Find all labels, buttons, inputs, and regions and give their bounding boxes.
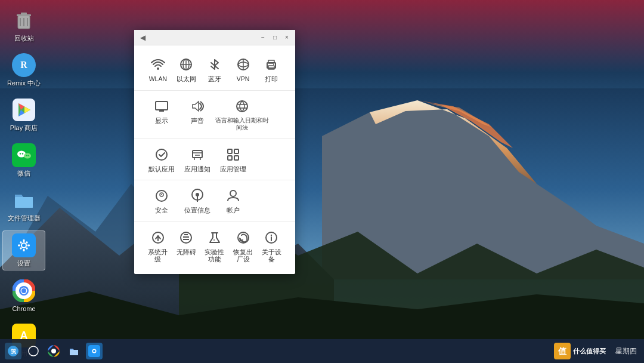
window-back-button[interactable]: ◀: [138, 32, 148, 43]
svg-point-28: [27, 155, 29, 156]
taskbar-clock: 星期四: [615, 346, 637, 356]
settings-row-2: 显示 声音: [134, 92, 295, 137]
wlan-icon: [150, 56, 166, 73]
play-store-label: Play 商店: [10, 124, 38, 132]
wechat-top-icon: [12, 143, 36, 167]
bluetooth-label: 蓝牙: [208, 75, 221, 83]
svg-rect-11: [21, 13, 27, 15]
svg-point-67: [273, 64, 274, 65]
settings-item-default-apps[interactable]: 默认应用: [144, 144, 179, 176]
account-icon: [225, 187, 242, 204]
file-manager-label: 文件管理器: [8, 214, 41, 222]
settings-item-factory-reset[interactable]: 恢复出厂设: [229, 227, 258, 266]
language-label: 语言和输入日期和时间法: [215, 117, 269, 131]
settings-item-location[interactable]: 位置信息: [179, 185, 215, 217]
window-controls: − □ ×: [258, 33, 292, 42]
factory-reset-icon: [235, 229, 252, 246]
settings-label: 设置: [17, 260, 30, 267]
print-label: 打印: [265, 75, 278, 83]
experimental-icon: [206, 229, 223, 246]
divider-3: [134, 180, 295, 180]
brand-prefix: 什么: [573, 347, 586, 355]
settings-row-1: WLAN 以太网: [134, 50, 295, 89]
svg-point-74: [156, 149, 167, 160]
divider-4: [134, 222, 295, 222]
svg-text:R: R: [20, 60, 27, 70]
settings-row-3: 默认应用 应用通知: [134, 140, 295, 179]
display-label: 显示: [155, 117, 168, 125]
desktop-icon-recycle-bin[interactable]: 回收站: [2, 6, 45, 45]
svg-point-44: [21, 288, 26, 293]
svg-point-104: [29, 346, 38, 356]
svg-rect-35: [18, 244, 20, 246]
settings-item-bluetooth[interactable]: 蓝牙: [200, 54, 229, 85]
svg-point-32: [22, 244, 26, 247]
language-icon: [234, 98, 250, 115]
svg-rect-66: [268, 60, 274, 63]
wlan-label: WLAN: [149, 75, 167, 83]
settings-item-vpn[interactable]: VPN: [229, 54, 258, 85]
accessibility-label: 无障碍: [177, 248, 196, 256]
factory-reset-label: 恢复出厂设: [230, 248, 256, 263]
settings-item-app-manage[interactable]: 应用管理: [215, 144, 251, 176]
settings-item-account[interactable]: 帐户: [215, 185, 251, 217]
settings-item-ethernet[interactable]: 以太网: [172, 54, 201, 85]
desktop-icon-remix[interactable]: R Remix 中心: [2, 51, 45, 90]
brand-text: 值得买: [586, 347, 606, 355]
settings-item-experimental[interactable]: 实验性功能: [200, 227, 229, 266]
app-manage-label: 应用管理: [220, 165, 246, 173]
settings-item-upgrade[interactable]: 系统升级: [144, 227, 172, 266]
taskbar-launcher-icon[interactable]: [45, 343, 62, 359]
svg-point-86: [161, 194, 162, 195]
settings-item-security[interactable]: 安全: [144, 185, 179, 217]
vpn-label: VPN: [237, 75, 250, 83]
svg-rect-82: [228, 156, 232, 160]
ethernet-label: 以太网: [177, 75, 196, 83]
settings-item-wlan[interactable]: WLAN: [144, 54, 172, 85]
sound-label: 声音: [191, 117, 204, 125]
taskbar-settings-icon[interactable]: [86, 343, 103, 359]
window-content: WLAN 以太网: [134, 45, 295, 274]
location-label: 位置信息: [184, 207, 210, 214]
desktop-icon-file-manager[interactable]: 文件管理器: [2, 186, 45, 224]
desktop-icon-wechat-top[interactable]: 微信: [2, 141, 45, 180]
svg-point-24: [24, 153, 31, 158]
svg-text:值: 值: [558, 346, 567, 356]
recycle-bin-label: 回收站: [14, 35, 34, 42]
settings-row-4: 安全 位置信息: [134, 182, 295, 220]
settings-item-sound[interactable]: 声音: [179, 96, 215, 127]
taskbar-files-icon[interactable]: [66, 343, 82, 359]
window-close-button[interactable]: ×: [282, 33, 292, 42]
svg-point-84: [156, 190, 167, 201]
svg-text:ℜ: ℜ: [11, 348, 17, 355]
sound-icon: [189, 98, 206, 115]
svg-point-26: [22, 153, 23, 154]
desktop-icon-settings[interactable]: 设置: [2, 230, 45, 270]
app-notify-label: 应用通知: [184, 165, 210, 173]
taskbar-right: 值 什么值得买 星期四: [554, 343, 644, 359]
settings-item-print[interactable]: 打印: [257, 54, 286, 85]
settings-item-display[interactable]: 显示: [144, 96, 179, 127]
taskbar-remix-icon[interactable]: ℜ: [5, 343, 21, 359]
taskbar-weekday: 星期四: [615, 346, 637, 356]
settings-item-language[interactable]: 语言和输入日期和时间法: [215, 96, 269, 134]
taskbar-search-icon[interactable]: [25, 343, 42, 359]
svg-rect-36: [27, 244, 30, 246]
desktop-icon-play-store[interactable]: Play 商店: [2, 96, 45, 134]
about-icon: [263, 229, 280, 246]
settings-item-accessibility[interactable]: 无障碍: [172, 227, 201, 259]
divider-2: [134, 139, 295, 139]
svg-point-110: [93, 350, 95, 352]
wechat-top-label: 微信: [17, 170, 30, 177]
desktop-icon-chrome[interactable]: Chrome: [2, 276, 45, 315]
window-minimize-button[interactable]: −: [258, 33, 268, 42]
settings-item-app-notify[interactable]: 应用通知: [179, 144, 215, 176]
desktop: 回收站 R Remix 中心 P: [0, 0, 644, 363]
svg-rect-29: [15, 197, 33, 208]
settings-item-about[interactable]: 关于设备: [257, 227, 286, 266]
location-icon: [189, 187, 206, 204]
svg-point-71: [237, 101, 247, 112]
chrome-icon: [12, 279, 36, 303]
window-maximize-button[interactable]: □: [270, 33, 280, 42]
svg-point-106: [51, 349, 56, 353]
